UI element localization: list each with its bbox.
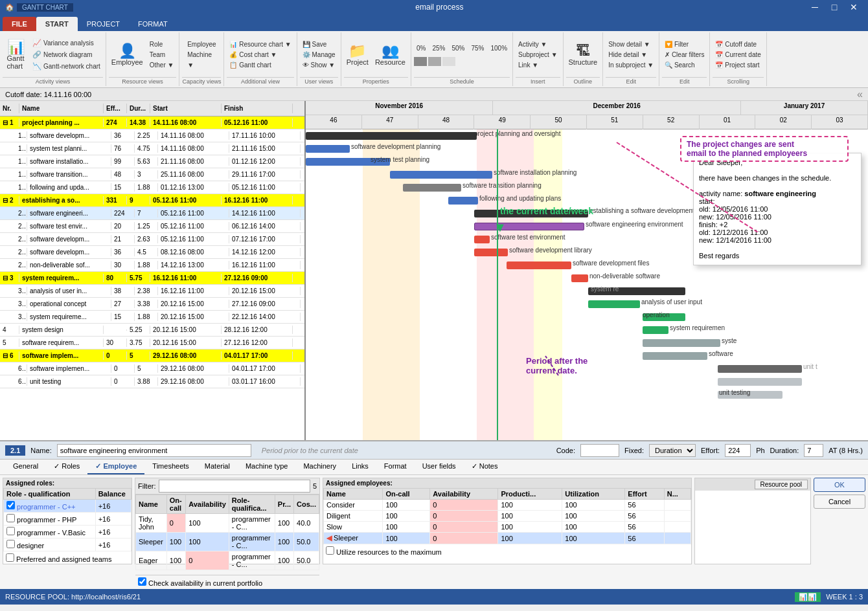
btn-structure[interactable]: 🏗 Structure [566, 43, 600, 67]
role-check-designer[interactable] [6, 540, 15, 548]
table-row[interactable]: 4 system design 5.25 20.12.16 15:00 28.1… [0, 324, 304, 337]
tab-machine-type[interactable]: Machine type [238, 460, 295, 474]
table-row[interactable]: 2.2 software test envir... 20 1.25 05.12… [0, 220, 304, 233]
utilize-max-check[interactable] [326, 546, 334, 555]
filter-scrollbar[interactable] [135, 570, 319, 575]
table-row[interactable]: 3.3 system requireme... 15 1.88 20.12.16… [0, 311, 304, 324]
table-row[interactable]: 1.5 software transition... 48 3 25.11.16… [0, 168, 304, 181]
btn-cost-chart[interactable]: 💰 Cost chart ▼ [227, 50, 293, 60]
btn-in-subproject[interactable]: In subproject ▼ [606, 60, 656, 70]
table-row[interactable]: 1.7 following and upda... 15 1.88 01.12.… [0, 181, 304, 194]
tab-user-fields[interactable]: User fields [415, 460, 464, 474]
btn-25pct[interactable]: 25% [429, 43, 448, 53]
btn-other[interactable]: Other ▼ [147, 60, 177, 70]
tab-start[interactable]: START [36, 17, 78, 31]
btn-show[interactable]: 👁 Show ▼ [300, 60, 338, 70]
table-row[interactable]: 1.2 system test planni... 76 4.75 14.11.… [0, 142, 304, 155]
assigned-row-diligent[interactable]: Diligent 100 0 100 100 56 [324, 511, 691, 522]
table-row[interactable]: 1.1 software developm... 36 2.25 14.11.1… [0, 129, 304, 142]
table-row[interactable]: ⊟3 system requirem... 80 5.75 16.12.16 1… [0, 272, 304, 285]
resource-pool-btn[interactable]: Resource pool [755, 480, 808, 489]
tab-file[interactable]: FILE [3, 17, 36, 31]
assigned-row-sleeper[interactable]: ◀ Sleeper 100 0 100 100 56 [324, 533, 691, 544]
detail-effort-input[interactable] [725, 444, 751, 457]
maximize-btn[interactable]: □ [825, 1, 843, 13]
tab-notes[interactable]: ✓ Notes [464, 460, 506, 474]
btn-network-diagram[interactable]: 🔗 Network diagram [30, 49, 103, 60]
btn-capacity-employee[interactable]: Employee [185, 39, 218, 49]
btn-100pct[interactable]: 100% [488, 43, 510, 53]
expand-icon[interactable]: ⊟ [3, 352, 8, 359]
filter-row-sleeper[interactable]: Sleeper 100 100 programmer - C... 100 50… [136, 533, 319, 551]
btn-project-start[interactable]: 📅 Project start [713, 60, 763, 70]
role-check-vbasic[interactable] [6, 527, 15, 535]
role-row-vbasic[interactable]: programmer - V.Basic +16 [4, 526, 131, 539]
btn-variance-analysis[interactable]: 📈 Variance analysis [30, 38, 103, 49]
btn-cutoff-date[interactable]: 📅 Cutoff date [713, 39, 763, 49]
close-btn[interactable]: ✕ [845, 1, 863, 13]
btn-show-detail[interactable]: Show detail ▼ [606, 39, 656, 49]
btn-resource[interactable]: 👥 Resource [372, 43, 408, 67]
btn-link[interactable]: Link ▼ [516, 60, 560, 70]
tab-project[interactable]: PROJECT [78, 17, 129, 31]
filter-input[interactable] [159, 480, 310, 493]
btn-clear-filters[interactable]: ✗ Clear filters [662, 50, 707, 60]
tab-links[interactable]: Links [344, 460, 376, 474]
table-row[interactable]: 2.5 non-deliverable sof... 30 1.88 14.12… [0, 259, 304, 272]
btn-role[interactable]: Role [147, 39, 177, 49]
role-row-php[interactable]: programmer - PHP +16 [4, 513, 131, 526]
detail-fixed-select[interactable]: Duration [649, 444, 696, 457]
tab-format[interactable]: Format [376, 460, 415, 474]
detail-code-input[interactable] [580, 444, 619, 457]
table-row[interactable]: 3.2 operational concept 27 3.38 20.12.16… [0, 298, 304, 311]
btn-50pct[interactable]: 50% [449, 43, 467, 53]
table-row[interactable]: 6.2 unit testing 0 3.88 29.12.16 08:00 0… [0, 375, 304, 388]
btn-capacity-machine[interactable]: Machine [185, 50, 218, 60]
table-row[interactable]: 2.3 software developm... 21 2.63 05.12.1… [0, 233, 304, 246]
btn-filter[interactable]: 🔽 Filter [662, 39, 707, 49]
btn-team[interactable]: Team [147, 50, 177, 60]
table-row[interactable]: ⊟2 establishing a so... 331 9 05.12.16 1… [0, 194, 304, 207]
btn-subproject[interactable]: Subproject ▼ [516, 50, 560, 60]
btn-project[interactable]: 📁 Project [344, 43, 371, 67]
tab-machinery[interactable]: Machinery [295, 460, 344, 474]
table-row[interactable]: 2.4 software developm... 36 4.5 08.12.16… [0, 246, 304, 259]
btn-current-date[interactable]: 📅 Current date [713, 50, 763, 60]
btn-search[interactable]: 🔍 Search [662, 60, 707, 70]
expand-icon[interactable]: ⊟ [3, 119, 8, 126]
btn-manage[interactable]: ⚙️ Manage [300, 50, 338, 60]
tab-material[interactable]: Material [197, 460, 238, 474]
tab-employee[interactable]: ✓ Employee [87, 460, 144, 474]
table-row[interactable]: 3.1 analysis of user in... 38 2.38 16.12… [0, 285, 304, 298]
filter-row-tidy[interactable]: Tidy, John 0 100 programmer - C... 100 4… [136, 514, 319, 533]
table-row[interactable]: ⊟1 project planning ... 274 14.38 14.11.… [0, 117, 304, 129]
preferred-teams-check[interactable] [6, 553, 14, 562]
assigned-row-consider[interactable]: Consider 100 0 100 100 56 [324, 500, 691, 511]
btn-resource-chart[interactable]: 📊 Resource chart ▼ [227, 39, 293, 49]
role-row-designer[interactable]: designer +16 [4, 539, 131, 551]
btn-capacity-other[interactable]: ▼ [185, 60, 218, 70]
btn-ok[interactable]: OK [814, 478, 865, 492]
expand-icon[interactable]: ⊟ [3, 274, 8, 282]
table-row[interactable]: 6.1 software implemen... 0 5 29.12.16 08… [0, 362, 304, 375]
role-check-cpp[interactable] [6, 501, 15, 509]
tab-roles[interactable]: ✓ Roles [46, 460, 87, 474]
role-check-php[interactable] [6, 514, 15, 522]
btn-activity[interactable]: Activity ▼ [516, 39, 560, 49]
role-row-cpp[interactable]: programmer - C++ +16 [4, 500, 131, 513]
btn-save[interactable]: 💾 Save [300, 39, 338, 49]
btn-gantt-network[interactable]: 📉 Gantt-network chart [30, 61, 103, 72]
btn-employee[interactable]: 👤 Employee [109, 43, 146, 67]
btn-gantt-chart[interactable]: 📊 Ganttchart [3, 39, 29, 71]
assigned-row-slow[interactable]: Slow 100 0 100 100 56 [324, 522, 691, 533]
table-row[interactable]: ⊟6 software implem... 0 5 29.12.16 08:00… [0, 350, 304, 362]
filter-row-eager[interactable]: Eager 100 0 programmer - C... 100 50.0 [136, 551, 319, 570]
table-row[interactable]: 1.3 software installatio... 99 5.63 21.1… [0, 155, 304, 168]
btn-cancel[interactable]: Cancel [814, 494, 865, 509]
detail-duration-input[interactable] [804, 444, 823, 457]
table-row[interactable]: 5 software requirem... 30 3.75 20.12.16 … [0, 337, 304, 350]
check-avail-check[interactable] [138, 577, 146, 586]
btn-hide-detail[interactable]: Hide detail ▼ [606, 50, 656, 60]
minimize-btn[interactable]: ─ [806, 1, 824, 13]
tab-format[interactable]: FORMAT [129, 17, 177, 31]
